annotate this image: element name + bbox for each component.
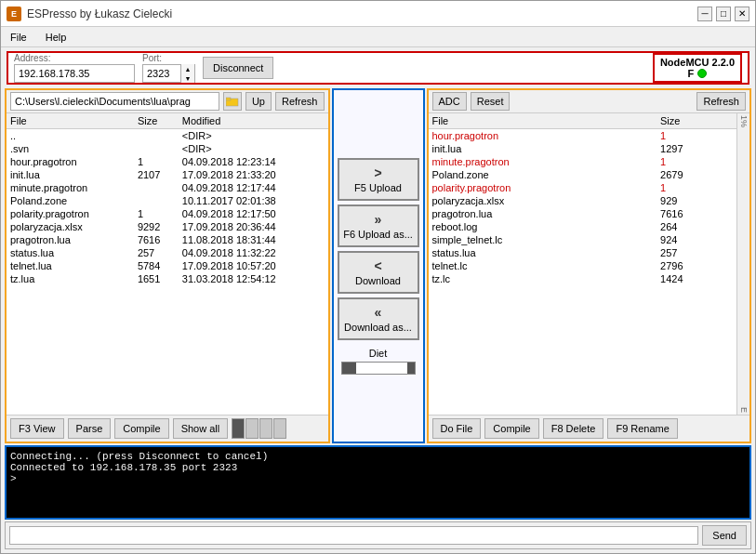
table-row[interactable]: status.lua25704.09.2018 11:32:22 bbox=[7, 246, 328, 259]
table-row[interactable]: hour.pragotron104.09.2018 12:23:14 bbox=[7, 155, 328, 168]
left-refresh-button[interactable]: Refresh bbox=[275, 92, 325, 111]
upload-as-icon: » bbox=[375, 212, 382, 227]
file-name-cell: simple_telnet.lc bbox=[429, 233, 657, 246]
compile-button[interactable]: Compile bbox=[114, 418, 168, 439]
download-as-button[interactable]: « Download as... bbox=[338, 297, 419, 340]
file-size-cell bbox=[134, 194, 179, 207]
file-name-cell: Poland.zone bbox=[7, 194, 134, 207]
minimize-button[interactable]: ─ bbox=[697, 7, 712, 21]
left-file-table: File Size Modified ..<DIR>.svn<DIR>hour.… bbox=[7, 113, 328, 285]
download-button[interactable]: < Download bbox=[338, 251, 419, 294]
file-size-cell: 1297 bbox=[657, 142, 736, 155]
file-size-cell: 257 bbox=[657, 246, 736, 259]
window-title: ESPresso by Łukasz Cielecki bbox=[27, 7, 172, 20]
nodemcu-badge: NodeMCU 2.2.0 F bbox=[653, 53, 742, 83]
upload-icon: > bbox=[374, 165, 381, 180]
app-icon: E bbox=[7, 7, 21, 21]
adc-button[interactable]: ADC bbox=[432, 92, 467, 111]
file-modified-cell: <DIR> bbox=[179, 129, 328, 143]
file-name-cell: minute.pragotron bbox=[7, 181, 134, 194]
table-row[interactable]: init.lua1297 bbox=[429, 142, 737, 155]
folder-browse-button[interactable] bbox=[223, 92, 242, 111]
right-compile-button[interactable]: Compile bbox=[484, 418, 538, 439]
file-modified-cell: 31.03.2018 12:54:12 bbox=[179, 272, 328, 285]
connection-bar: Address: Port: ▲ ▼ Disconnect NodeMCU 2.… bbox=[7, 51, 749, 85]
toggle-3[interactable] bbox=[259, 418, 272, 439]
f8delete-button[interactable]: F8 Delete bbox=[543, 418, 604, 439]
upload-button[interactable]: > F5 Upload bbox=[338, 158, 419, 201]
menu-help[interactable]: Help bbox=[40, 30, 73, 45]
address-input[interactable] bbox=[14, 64, 135, 83]
table-row[interactable]: init.lua210717.09.2018 21:33:20 bbox=[7, 168, 328, 181]
table-row[interactable]: minute.pragotron1 bbox=[429, 155, 737, 168]
menu-file[interactable]: File bbox=[5, 30, 33, 45]
maximize-button[interactable]: □ bbox=[716, 7, 731, 21]
table-row[interactable]: telnet.lc2796 bbox=[429, 259, 737, 272]
close-button[interactable]: ✕ bbox=[735, 7, 749, 21]
table-row[interactable]: telnet.lua578417.09.2018 10:57:20 bbox=[7, 259, 328, 272]
file-size-cell bbox=[134, 142, 179, 155]
table-row[interactable]: ..<DIR> bbox=[7, 129, 328, 143]
table-row[interactable]: polaryzacja.xlsx929 bbox=[429, 194, 737, 207]
showall-button[interactable]: Show all bbox=[173, 418, 229, 439]
file-name-cell: polarity.pragotron bbox=[7, 207, 134, 220]
sidebar-label-2: E bbox=[738, 407, 749, 413]
disconnect-button[interactable]: Disconnect bbox=[203, 57, 273, 79]
table-row[interactable]: tz.lua165131.03.2018 12:54:12 bbox=[7, 272, 328, 285]
send-input[interactable] bbox=[9, 526, 698, 545]
download-label: Download bbox=[355, 275, 401, 286]
right-panel: ADC Reset Refresh File Size bbox=[427, 88, 752, 443]
table-row[interactable]: minute.pragotron04.09.2018 12:17:44 bbox=[7, 181, 328, 194]
file-name-cell: polarity.pragotron bbox=[429, 181, 657, 194]
table-row[interactable]: Poland.zone2679 bbox=[429, 168, 737, 181]
console-line: Connecting... (press Disconnect to cance… bbox=[10, 451, 746, 462]
port-up-arrow[interactable]: ▲ bbox=[181, 64, 194, 73]
toggle-4[interactable] bbox=[273, 418, 286, 439]
f9rename-button[interactable]: F9 Rename bbox=[607, 418, 677, 439]
left-footer: F3 View Parse Compile Show all bbox=[7, 415, 328, 442]
toggle-2[interactable] bbox=[245, 418, 259, 439]
file-name-cell: hour.pragotron bbox=[429, 129, 657, 143]
file-name-cell: hour.pragotron bbox=[7, 155, 134, 168]
path-input[interactable] bbox=[10, 92, 219, 111]
console-line: Connected to 192.168.178.35 port 2323 bbox=[10, 462, 746, 473]
file-modified-cell: 11.08.2018 18:31:44 bbox=[179, 233, 328, 246]
file-size-cell: 7616 bbox=[134, 233, 179, 246]
send-button[interactable]: Send bbox=[702, 525, 747, 546]
table-row[interactable]: Poland.zone10.11.2017 02:01:38 bbox=[7, 194, 328, 207]
upload-as-button[interactable]: » F6 Upload as... bbox=[338, 204, 419, 247]
dofile-button[interactable]: Do File bbox=[432, 418, 482, 439]
table-row[interactable]: polarity.pragotron104.09.2018 12:17:50 bbox=[7, 207, 328, 220]
table-row[interactable]: polaryzacja.xlsx929217.09.2018 20:36:44 bbox=[7, 220, 328, 233]
file-name-cell: init.lua bbox=[429, 142, 657, 155]
file-size-cell: 7616 bbox=[657, 207, 736, 220]
toggle-1[interactable] bbox=[232, 418, 245, 439]
table-row[interactable]: polarity.pragotron1 bbox=[429, 181, 737, 194]
table-row[interactable]: simple_telnet.lc924 bbox=[429, 233, 737, 246]
right-refresh-button[interactable]: Refresh bbox=[696, 92, 746, 111]
file-modified-cell: 17.09.2018 20:36:44 bbox=[179, 220, 328, 233]
parse-button[interactable]: Parse bbox=[68, 418, 112, 439]
console-area: Connecting... (press Disconnect to cance… bbox=[5, 445, 751, 520]
main-area: Up Refresh File Size Modified ..<DIR>.sv… bbox=[1, 88, 755, 443]
table-row[interactable]: pragotron.lua761611.08.2018 18:31:44 bbox=[7, 233, 328, 246]
table-row[interactable]: hour.pragotron1 bbox=[429, 129, 737, 143]
port-down-arrow[interactable]: ▼ bbox=[181, 73, 194, 83]
table-row[interactable]: .svn<DIR> bbox=[7, 142, 328, 155]
reset-button[interactable]: Reset bbox=[471, 92, 511, 111]
up-button[interactable]: Up bbox=[245, 92, 272, 111]
table-row[interactable]: pragotron.lua7616 bbox=[429, 207, 737, 220]
f3view-button[interactable]: F3 View bbox=[10, 418, 64, 439]
table-row[interactable]: tz.lc1424 bbox=[429, 272, 737, 285]
file-size-cell: 257 bbox=[134, 246, 179, 259]
port-input[interactable] bbox=[143, 66, 180, 81]
table-row[interactable]: reboot.log264 bbox=[429, 220, 737, 233]
file-modified-cell: 04.09.2018 12:23:14 bbox=[179, 155, 328, 168]
file-name-cell: .svn bbox=[7, 142, 134, 155]
middle-panel: > F5 Upload » F6 Upload as... < Download… bbox=[332, 88, 425, 443]
port-label: Port: bbox=[142, 53, 195, 63]
table-row[interactable]: status.lua257 bbox=[429, 246, 737, 259]
title-controls: ─ □ ✕ bbox=[697, 7, 749, 21]
file-modified-cell: 17.09.2018 10:57:20 bbox=[179, 259, 328, 272]
right-col-size: Size bbox=[657, 113, 736, 129]
